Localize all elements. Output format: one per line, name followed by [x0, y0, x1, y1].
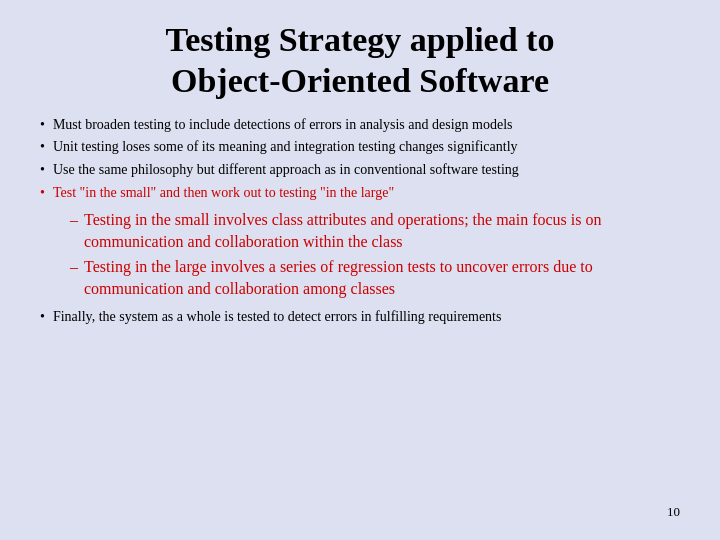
bullet-text-red: Test "in the small" and then work out to…: [53, 184, 394, 203]
final-bullet-text: Finally, the system as a whole is tested…: [53, 308, 502, 327]
list-item: • Test "in the small" and then work out …: [40, 184, 680, 203]
bullet-icon: •: [40, 309, 45, 325]
dash-icon: –: [70, 256, 78, 278]
bullet-icon: •: [40, 139, 45, 155]
dash-icon: –: [70, 209, 78, 231]
list-item: • Must broaden testing to include detect…: [40, 116, 680, 135]
bullet-icon: •: [40, 162, 45, 178]
content-area: • Must broaden testing to include detect…: [40, 116, 680, 500]
page-number: 10: [40, 504, 680, 520]
list-item: – Testing in the small involves class at…: [70, 209, 680, 252]
list-item: – Testing in the large involves a series…: [70, 256, 680, 299]
sub-bullet-text: Testing in the small involves class attr…: [84, 209, 680, 252]
title-line1: Testing Strategy applied to: [40, 20, 680, 61]
list-item: • Use the same philosophy but different …: [40, 161, 680, 180]
bullet-text: Unit testing loses some of its meaning a…: [53, 138, 518, 157]
title-block: Testing Strategy applied to Object-Orien…: [40, 20, 680, 102]
slide: Testing Strategy applied to Object-Orien…: [0, 0, 720, 540]
list-item: • Finally, the system as a whole is test…: [40, 308, 680, 327]
bullet-icon: •: [40, 185, 45, 201]
bullet-icon: •: [40, 117, 45, 133]
list-item: • Unit testing loses some of its meaning…: [40, 138, 680, 157]
sub-bullet-block: – Testing in the small involves class at…: [70, 209, 680, 303]
sub-bullet-text: Testing in the large involves a series o…: [84, 256, 680, 299]
bullet-text: Must broaden testing to include detectio…: [53, 116, 513, 135]
title-line2: Object-Oriented Software: [40, 61, 680, 102]
bullet-text: Use the same philosophy but different ap…: [53, 161, 519, 180]
